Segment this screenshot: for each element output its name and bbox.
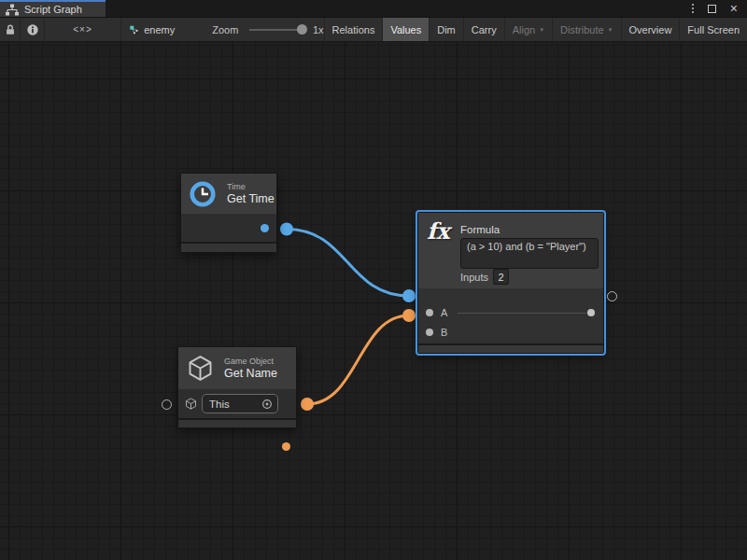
relation-line xyxy=(458,313,591,314)
distribute-button[interactable]: Distribute▼ xyxy=(553,18,621,41)
align-button[interactable]: Align▼ xyxy=(505,18,553,41)
node-formula[interactable]: fx Formula (a > 10) and (b = "Player") I… xyxy=(417,212,604,354)
values-button[interactable]: Values xyxy=(383,18,430,41)
node-title: Get Time xyxy=(227,192,275,205)
wire-endpoint-orange-end[interactable] xyxy=(402,309,416,322)
formula-expression-input[interactable]: (a > 10) and (b = "Player") xyxy=(460,238,599,269)
formula-input-port-a[interactable] xyxy=(426,309,433,316)
full-screen-button[interactable]: Full Screen xyxy=(680,18,747,41)
get-name-footer xyxy=(178,418,296,427)
formula-body: A B xyxy=(418,288,603,343)
chevron-down-icon: ▼ xyxy=(539,27,544,33)
node-category: Time xyxy=(227,182,275,191)
dim-button[interactable]: Dim xyxy=(430,18,464,41)
formula-fx-icon: fx xyxy=(427,217,450,245)
info-button[interactable] xyxy=(21,18,45,41)
get-name-header: Game Object Get Name xyxy=(178,347,296,389)
relations-button[interactable]: Relations xyxy=(325,18,384,41)
get-time-output-port[interactable] xyxy=(261,224,269,232)
get-name-input-port-ring[interactable] xyxy=(162,399,172,410)
get-time-footer xyxy=(181,242,276,252)
tab-title: Script Graph xyxy=(24,4,82,15)
node-get-name[interactable]: Game Object Get Name This xyxy=(177,346,297,428)
info-icon xyxy=(26,23,39,36)
code-icon: <×> xyxy=(73,24,92,35)
node-title: Formula xyxy=(460,224,500,235)
target-cube-icon xyxy=(184,397,198,411)
lock-button[interactable] xyxy=(0,18,21,41)
zoom-slider[interactable] xyxy=(249,29,303,31)
formula-output-port[interactable] xyxy=(587,309,595,316)
close-icon[interactable]: × xyxy=(730,4,738,13)
edit-code-button[interactable]: <×> xyxy=(45,18,121,41)
node-title: Get Name xyxy=(224,367,277,380)
tab-script-graph[interactable]: Script Graph xyxy=(0,0,106,17)
lock-icon xyxy=(4,23,17,36)
graph-name-label[interactable]: enemy xyxy=(144,24,175,35)
node-get-time[interactable]: Time Get Time xyxy=(180,173,277,253)
script-graph-icon xyxy=(6,4,19,16)
port-label-a: A xyxy=(441,307,447,318)
connection-gettime-to-formula-a[interactable] xyxy=(287,230,409,297)
chevron-down-icon: ▼ xyxy=(608,27,613,33)
wire-endpoint-orange-start[interactable] xyxy=(301,398,314,411)
graph-asset-icon xyxy=(130,23,138,36)
overview-button[interactable]: Overview xyxy=(622,18,681,41)
connection-getname-to-formula-b[interactable] xyxy=(307,315,409,404)
game-object-cube-icon xyxy=(185,353,216,384)
graph-canvas[interactable]: Time Get Time fx Formula (a > 10) and (b… xyxy=(0,42,747,560)
inputs-label: Inputs xyxy=(460,272,488,283)
breadcrumb: enemy Zoom 1x xyxy=(121,18,325,41)
inputs-count-field[interactable]: 2 xyxy=(493,269,509,285)
node-category: Game Object xyxy=(224,357,277,366)
connections-layer xyxy=(0,42,747,560)
get-name-output-port[interactable] xyxy=(282,442,290,451)
clock-icon xyxy=(189,180,217,208)
target-value: This xyxy=(209,399,230,410)
title-bar: Script Graph × xyxy=(0,0,747,18)
maximize-icon[interactable] xyxy=(708,5,716,13)
get-time-body xyxy=(181,214,276,242)
window-menu-icon[interactable] xyxy=(692,4,694,13)
wire-endpoint-blue-end[interactable] xyxy=(402,289,416,302)
zoom-label: Zoom xyxy=(212,24,238,35)
zoom-value: 1x xyxy=(313,24,324,35)
zoom-slider-handle[interactable] xyxy=(297,24,307,35)
formula-result-port-ring[interactable] xyxy=(607,291,617,301)
formula-footer xyxy=(418,343,603,353)
formula-input-port-b[interactable] xyxy=(426,329,433,336)
window-controls: × xyxy=(692,0,747,17)
object-picker-icon[interactable] xyxy=(261,399,273,410)
formula-header: fx Formula (a > 10) and (b = "Player") I… xyxy=(418,213,603,288)
port-label-b: B xyxy=(441,327,447,338)
graph-toolbar: <×> enemy Zoom 1x Relations Values Dim C… xyxy=(0,18,747,42)
script-graph-window: Script Graph × <×> xyxy=(0,0,747,560)
target-object-field[interactable]: This xyxy=(202,394,278,413)
wire-endpoint-blue-start[interactable] xyxy=(280,223,293,236)
get-name-body: This xyxy=(178,389,296,418)
get-time-header: Time Get Time xyxy=(181,174,276,214)
carry-button[interactable]: Carry xyxy=(464,18,505,41)
